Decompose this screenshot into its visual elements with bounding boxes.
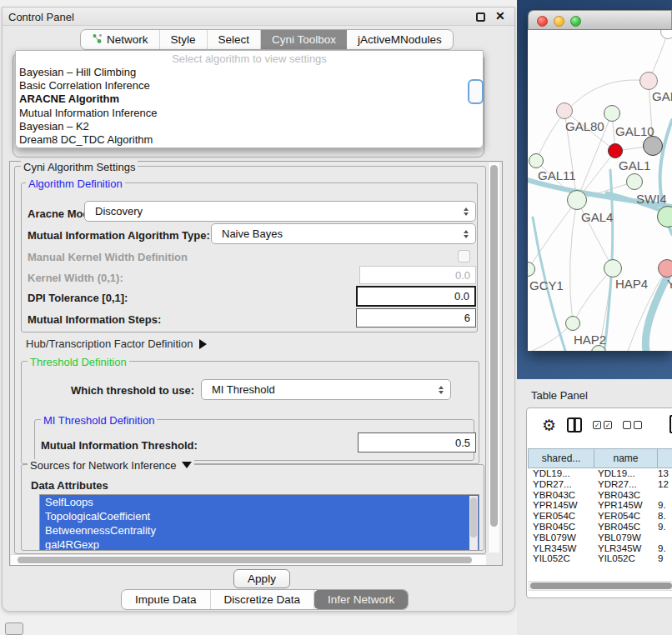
dpi-tolerance-field[interactable]: 0.0 <box>356 286 476 307</box>
mi-type-combo[interactable]: Naive Bayes <box>211 223 476 244</box>
close-icon[interactable]: ✕ <box>495 9 505 22</box>
table-toolbar: ⚙ ✓✓ <box>527 408 672 442</box>
popup-item[interactable]: Bayesian – K2 <box>16 120 483 133</box>
mi-type-label: Mutual Information Algorithm Type: <box>28 229 210 242</box>
close-traffic-light[interactable] <box>537 16 548 27</box>
horizontal-scrollbar-thumb[interactable] <box>18 557 472 563</box>
table-scrollbar-thumb[interactable] <box>530 582 672 589</box>
which-threshold-combo[interactable]: MI Threshold <box>201 379 451 400</box>
table-header-row: shared... name <box>528 448 672 468</box>
vertical-scrollbar-thumb[interactable] <box>490 165 498 527</box>
popup-item[interactable]: Dream8 DC_TDC Algorithm <box>16 133 483 147</box>
network-node[interactable] <box>643 136 663 156</box>
column-header[interactable]: name <box>594 448 658 468</box>
column-header[interactable] <box>658 448 672 468</box>
attribute-item[interactable]: gal4RGexp <box>40 538 479 551</box>
manual-kernel-checkbox[interactable] <box>458 250 470 262</box>
cell: YIL052C <box>528 553 594 564</box>
tab-infer-network[interactable]: Infer Network <box>314 590 408 609</box>
data-attributes-label: Data Attributes <box>31 479 108 492</box>
tab-discretize-data[interactable]: Discretize Data <box>211 590 315 609</box>
collapsed-arrow-icon <box>199 339 207 349</box>
tab-style[interactable]: Style <box>160 30 208 49</box>
tab-impute-data[interactable]: Impute Data <box>122 590 211 609</box>
zoom-traffic-light[interactable] <box>570 16 581 27</box>
mi-steps-value: 6 <box>464 312 470 324</box>
node-label: SWI4 <box>636 192 667 206</box>
node-label: HAP4 <box>615 277 648 291</box>
table-row[interactable]: YBL079WYBL079W <box>528 532 672 543</box>
settings-horizontal-scrollbar[interactable] <box>11 554 486 565</box>
network-node[interactable] <box>565 316 580 331</box>
split-column-icon[interactable] <box>567 418 582 432</box>
tab-select[interactable]: Select <box>208 30 262 49</box>
settings-vertical-scrollbar[interactable] <box>488 162 499 552</box>
cell: 12 <box>658 479 672 490</box>
popup-item[interactable]: Bayesian – Hill Climbing <box>16 66 483 79</box>
network-node[interactable] <box>626 173 643 190</box>
cyni-settings-title: Cyni Algorithm Settings <box>21 161 138 173</box>
manual-kernel-label: Manual Kernel Width Definition <box>28 251 188 263</box>
checked-boxes-icon[interactable]: ✓✓ <box>593 421 612 429</box>
network-node[interactable] <box>567 190 587 210</box>
kernel-width-field[interactable]: 0.0 <box>359 266 476 284</box>
mi-threshold-field[interactable]: 0.5 <box>358 432 476 452</box>
network-node[interactable] <box>608 143 623 158</box>
list-scrollbar-thumb[interactable] <box>470 498 477 538</box>
hub-factor-label: Hub/Transcription Factor Definition <box>26 338 193 350</box>
attribute-item[interactable]: TopologicalCoefficient <box>40 509 479 523</box>
network-window-titlebar <box>528 10 672 30</box>
network-node[interactable] <box>658 259 672 278</box>
network-canvas[interactable]: GAL80 GAL10 GAL GAL1 GAL11 SWI4 GAL4 GCY… <box>528 30 672 351</box>
tab-jactivemnodules[interactable]: jActiveMNodules <box>347 30 453 49</box>
network-node[interactable] <box>556 102 573 119</box>
mi-steps-field[interactable]: 6 <box>356 308 476 328</box>
attribute-item[interactable]: SelfLoops <box>40 495 479 509</box>
hub-factor-expander[interactable]: Hub/Transcription Factor Definition <box>26 338 207 350</box>
table-row[interactable]: YPR145WYPR145W9. <box>528 500 672 511</box>
table-row[interactable]: YDR27...YDR27...12 <box>528 479 672 490</box>
tab-network[interactable]: Network <box>81 30 160 49</box>
combo-spinner-icon <box>464 230 469 238</box>
table-row[interactable]: YLR345WYLR345W9. <box>528 543 672 554</box>
attribute-item[interactable]: BetweennessCentrality <box>40 523 479 538</box>
minimized-panel-icon[interactable] <box>5 622 23 635</box>
tab-label: jActiveMNodules <box>358 33 442 46</box>
table-row[interactable]: YBR043CYBR043C <box>528 490 672 501</box>
table-row[interactable]: YDL19...YDL19...13 <box>528 468 672 479</box>
cell: YPR145W <box>528 500 594 511</box>
focused-combo-fragment[interactable] <box>468 79 484 104</box>
screen: Control Panel ✕ Network Style Select Cyn… <box>0 0 672 635</box>
mi-threshold-value: 0.5 <box>455 437 470 449</box>
data-attributes-list: SelfLoops TopologicalCoefficient Between… <box>39 494 479 551</box>
table-panel-title: Table Panel <box>531 389 588 402</box>
sources-expander[interactable]: Sources for Network Inference <box>28 459 194 472</box>
float-window-icon[interactable] <box>476 12 485 22</box>
network-node[interactable] <box>604 259 622 278</box>
table-horizontal-scrollbar[interactable] <box>529 581 672 591</box>
aracne-mode-value: Discovery <box>95 205 143 218</box>
popup-item-selected[interactable]: ARACNE Algorithm <box>16 92 483 106</box>
table-row[interactable]: YER054CYER054C8. <box>528 511 672 522</box>
popup-item[interactable]: Mutual Information Inference <box>16 107 483 120</box>
combo-spinner-icon <box>439 386 444 394</box>
aracne-mode-combo[interactable]: Discovery <box>84 201 476 222</box>
apply-button[interactable]: Apply <box>233 569 290 588</box>
network-node[interactable] <box>529 153 544 168</box>
tab-cyni-toolbox[interactable]: Cyni Toolbox <box>261 30 347 49</box>
cell: 9 <box>658 553 672 564</box>
table-panel: Table Panel ⚙ ✓✓ shared... name YDL19...… <box>517 379 672 635</box>
list-scrollbar[interactable] <box>469 496 478 551</box>
cell: YIL052C <box>594 553 658 564</box>
dpi-tolerance-label: DPI Tolerance [0,1]: <box>28 292 128 304</box>
table-row[interactable]: YBR045CYBR045C9. <box>528 522 672 532</box>
network-node[interactable] <box>639 72 658 90</box>
popup-item[interactable]: Basic Correlation Inference <box>16 79 483 92</box>
mi-threshold-title: MI Threshold Definition <box>41 414 157 427</box>
table-row[interactable]: YIL052CYIL052C9 <box>528 553 672 564</box>
gear-icon[interactable]: ⚙ <box>542 418 556 433</box>
minimize-traffic-light[interactable] <box>554 16 564 27</box>
unchecked-boxes-icon[interactable] <box>623 421 642 429</box>
column-header[interactable]: shared... <box>528 448 594 468</box>
network-node[interactable] <box>604 105 620 122</box>
